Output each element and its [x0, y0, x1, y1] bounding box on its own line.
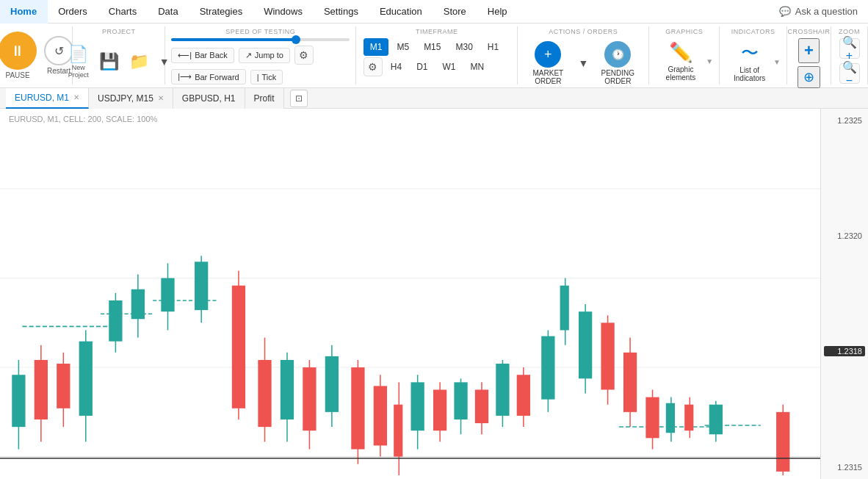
crosshair-move-button[interactable]: ⊕	[798, 66, 820, 88]
graphic-dropdown-arrow[interactable]: ▼	[706, 57, 713, 65]
new-project-button[interactable]: 📄 NewProject	[64, 42, 93, 82]
timeframe-section: TIMEFRAME M1 M5 M15 M30 H1 ⚙ H4 D1 W1 MN	[356, 26, 518, 84]
zoom-in-button[interactable]: 🔍+	[839, 38, 860, 59]
open-project-button[interactable]: 📁	[125, 49, 153, 74]
main-content: EURUSD, M1 ✕ USDJPY, M15 ✕ GBPUSD, H1 Pr…	[0, 88, 868, 479]
tf-w1[interactable]: W1	[435, 58, 462, 76]
svg-rect-32	[325, 356, 339, 412]
tf-m5[interactable]: M5	[390, 38, 416, 56]
speed-slider[interactable]	[171, 38, 350, 41]
pending-order-button[interactable]: 🕐 PENDING ORDER	[591, 38, 644, 88]
gear-icon-tf: ⚙	[368, 61, 377, 73]
graphics-label: GRAPHICS	[665, 28, 703, 35]
nav-charts[interactable]: Charts	[98, 0, 148, 24]
speed-label: SPEED OF TESTING	[225, 28, 295, 35]
bar-forward-button[interactable]: |⟶ Bar Forward	[171, 69, 245, 84]
gear-icon: ⚙	[299, 49, 308, 61]
svg-rect-24	[232, 286, 245, 408]
zoom-label: ZOOM	[839, 28, 860, 35]
pending-order-icon: 🕐	[604, 41, 631, 68]
speed-settings-button[interactable]: ⚙	[294, 46, 314, 65]
price-bottom: 1.2315	[824, 463, 865, 472]
nav-strategies[interactable]: Strategies	[189, 0, 254, 24]
jump-to-button[interactable]: ↗ Jump to	[239, 48, 290, 63]
price-mid: 1.2320	[824, 231, 865, 240]
bar-forward-icon: |⟶	[178, 72, 192, 82]
tf-h1[interactable]: H1	[481, 38, 505, 56]
crosshair-plus-button[interactable]: +	[798, 38, 820, 63]
svg-rect-36	[374, 386, 387, 445]
pause-label: PAUSE	[6, 71, 30, 79]
popout-icon: ⊡	[295, 93, 303, 104]
zoom-out-button[interactable]: 🔍−	[839, 63, 860, 84]
save-project-button[interactable]: 💾	[95, 49, 123, 74]
tab-eurusd-m1[interactable]: EURUSD, M1 ✕	[6, 88, 89, 109]
nav-orders[interactable]: Orders	[48, 0, 98, 24]
svg-rect-72	[776, 412, 789, 472]
chart-info: EURUSD, M1, CELL: 200, SCALE: 100%	[9, 115, 157, 123]
svg-rect-48	[496, 364, 509, 416]
list-of-indicators-button[interactable]: 〜 List of Indicators	[726, 38, 773, 85]
bar-back-icon: ⟵|	[178, 51, 192, 60]
svg-rect-30	[303, 367, 316, 431]
svg-rect-52	[541, 336, 554, 400]
tab-profit[interactable]: Profit	[245, 88, 284, 109]
chart-tabs: EURUSD, M1 ✕ USDJPY, M15 ✕ GBPUSD, H1 Pr…	[0, 88, 868, 109]
svg-rect-28	[281, 360, 294, 419]
bar-back-button[interactable]: ⟵| Bar Back	[171, 48, 234, 63]
price-current: 1.2318	[824, 346, 865, 356]
svg-rect-70	[709, 405, 723, 435]
tab-gbpusd-h1[interactable]: GBPUSD, H1	[173, 88, 245, 109]
ask-question-button[interactable]: 💬 Ask a question	[769, 6, 868, 17]
nav-store[interactable]: Store	[433, 0, 477, 24]
tf-m15[interactable]: M15	[417, 38, 447, 56]
crosshair-section: CROSSHAIR + ⊕	[787, 26, 831, 84]
nav-settings[interactable]: Settings	[314, 0, 369, 24]
svg-rect-40	[411, 382, 424, 431]
close-tab-usdjpy[interactable]: ✕	[158, 94, 164, 102]
tick-button[interactable]: | Tick	[250, 70, 283, 84]
svg-rect-67	[684, 405, 693, 431]
tf-h4[interactable]: H4	[384, 58, 408, 76]
svg-rect-11	[79, 342, 93, 416]
close-tab-eurusd[interactable]: ✕	[73, 93, 79, 101]
crosshair-icon: +	[804, 41, 814, 60]
svg-rect-14	[109, 300, 122, 342]
tick-icon: |	[257, 73, 259, 82]
chat-icon: 💬	[779, 6, 791, 17]
svg-rect-60	[623, 353, 637, 412]
tf-d1[interactable]: D1	[410, 58, 434, 76]
popout-button[interactable]: ⊡	[290, 90, 308, 107]
tf-m1[interactable]: M1	[364, 38, 389, 56]
graphics-section: GRAPHICS ✏️ Graphic elements ▼	[649, 26, 720, 84]
indicators-section: INDICATORS 〜 List of Indicators ▼	[720, 26, 787, 84]
nav-home[interactable]: Home	[0, 0, 48, 24]
folder-icon: 📁	[129, 52, 149, 71]
svg-rect-54	[560, 286, 569, 331]
tf-m30[interactable]: M30	[449, 38, 479, 56]
svg-rect-44	[454, 382, 467, 419]
graphic-elements-button[interactable]: ✏️ Graphic elements	[655, 38, 706, 84]
nav-windows[interactable]: Windows	[253, 0, 314, 24]
zoom-in-icon: 🔍+	[840, 35, 859, 62]
tf-mn[interactable]: MN	[463, 58, 491, 76]
svg-rect-34	[351, 367, 364, 449]
zoom-out-icon: 🔍−	[840, 60, 859, 87]
nav-data[interactable]: Data	[148, 0, 189, 24]
actions-dropdown[interactable]: ▼	[578, 54, 588, 73]
market-order-button[interactable]: + MARKET ORDER	[522, 38, 574, 88]
svg-rect-42	[433, 389, 446, 431]
nav-education[interactable]: Education	[369, 0, 433, 24]
pause-button[interactable]: ⏸	[0, 32, 37, 70]
restart-icon: ↺	[54, 44, 64, 58]
svg-rect-58	[601, 323, 614, 389]
timeframe-settings-button[interactable]: ⚙	[364, 57, 383, 76]
svg-rect-46	[475, 389, 488, 423]
chart-area[interactable]: EURUSD, M1, CELL: 200, SCALE: 100%	[0, 109, 868, 479]
nav-help[interactable]: Help	[477, 0, 518, 24]
svg-rect-65	[666, 403, 675, 433]
svg-rect-56	[579, 311, 592, 378]
tab-usdjpy-m15[interactable]: USDJPY, M15 ✕	[89, 88, 173, 109]
indicator-dropdown-arrow[interactable]: ▼	[773, 58, 781, 66]
top-navigation: Home Orders Charts Data Strategies Windo…	[0, 0, 868, 24]
